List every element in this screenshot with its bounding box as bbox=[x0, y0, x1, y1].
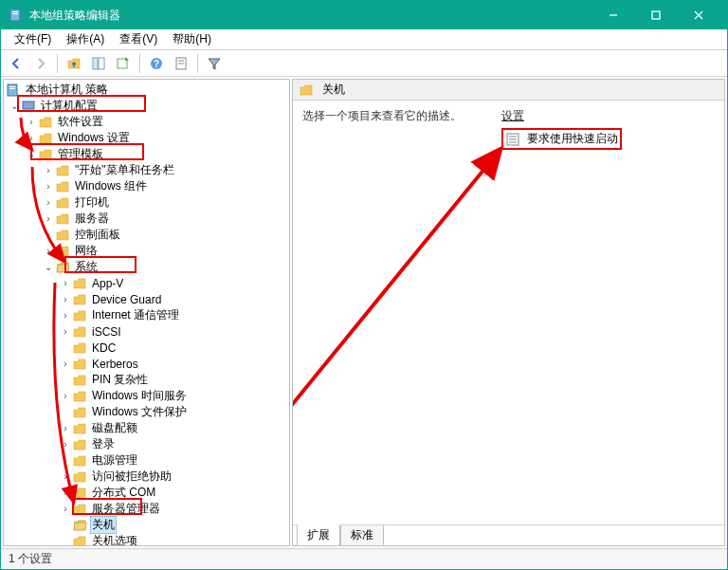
tree-soft-settings[interactable]: › 软件设置 bbox=[4, 114, 289, 130]
expander-icon[interactable]: › bbox=[59, 454, 72, 468]
folder-icon bbox=[72, 502, 87, 517]
filter-button[interactable] bbox=[203, 52, 226, 75]
setting-item-fast-startup[interactable]: 要求使用快速启动 bbox=[501, 128, 622, 150]
setting-icon bbox=[505, 132, 520, 147]
tree-item[interactable]: › 服务器 bbox=[4, 211, 289, 227]
tree-item[interactable]: › 控制面板 bbox=[4, 227, 289, 243]
show-hide-tree-button[interactable] bbox=[87, 52, 110, 75]
expander-icon[interactable]: › bbox=[25, 132, 38, 145]
window-title: 本地组策略编辑器 bbox=[29, 8, 592, 24]
svg-line-24 bbox=[293, 148, 501, 508]
expander-icon[interactable]: › bbox=[59, 309, 72, 322]
folder-icon bbox=[38, 131, 53, 146]
folder-icon bbox=[299, 83, 314, 98]
tab-extended[interactable]: 扩展 bbox=[297, 524, 340, 546]
tree-shutdown-options[interactable]: 关机选项 bbox=[4, 533, 289, 546]
svg-rect-16 bbox=[9, 86, 15, 87]
expander-icon[interactable]: › bbox=[42, 212, 55, 226]
expander-icon[interactable]: › bbox=[59, 277, 72, 290]
tree-shutdown[interactable]: 关机 bbox=[4, 517, 289, 533]
details-pane: 关机 选择一个项目来查看它的描述。 设置 要求使用快速启动 扩展 标准 bbox=[292, 79, 725, 546]
folder-icon bbox=[38, 147, 53, 162]
tree-item[interactable]: › "开始"菜单和任务栏 bbox=[4, 162, 289, 178]
expander-icon[interactable]: ⌄ bbox=[42, 261, 55, 274]
expander-icon[interactable]: › bbox=[42, 180, 55, 193]
expander-icon[interactable]: › bbox=[59, 503, 72, 516]
expander-icon[interactable]: › bbox=[25, 116, 38, 129]
tree-item[interactable]: › Kerberos bbox=[4, 356, 289, 372]
folder-icon bbox=[72, 357, 87, 372]
expander-icon[interactable]: › bbox=[42, 229, 55, 242]
expander-icon[interactable]: › bbox=[59, 325, 72, 339]
separator bbox=[197, 54, 198, 73]
tab-standard[interactable]: 标准 bbox=[340, 525, 384, 546]
folder-icon bbox=[72, 405, 87, 420]
folder-icon bbox=[72, 453, 87, 469]
expander-icon[interactable]: › bbox=[59, 470, 72, 484]
tree-admin-templates[interactable]: ⌄ 管理模板 bbox=[4, 146, 289, 162]
menu-view[interactable]: 查看(V) bbox=[112, 29, 165, 49]
tree-item[interactable]: › iSCSI bbox=[4, 323, 289, 340]
svg-rect-4 bbox=[652, 11, 660, 19]
details-body[interactable]: 选择一个项目来查看它的描述。 设置 要求使用快速启动 bbox=[293, 101, 724, 524]
expander-icon[interactable]: › bbox=[59, 438, 72, 451]
tree-item[interactable]: PIN 复杂性 bbox=[4, 372, 289, 388]
folder-icon bbox=[72, 389, 87, 404]
forward-button[interactable] bbox=[29, 52, 52, 75]
up-button[interactable] bbox=[63, 52, 85, 75]
details-title: 关机 bbox=[322, 82, 345, 98]
expander-icon[interactable]: › bbox=[42, 164, 55, 177]
tree-root[interactable]: 本地计算机 策略 bbox=[4, 82, 289, 98]
tree-item[interactable]: KDC bbox=[4, 340, 289, 356]
folder-icon bbox=[72, 421, 87, 436]
folder-icon bbox=[55, 179, 70, 194]
tree-item[interactable]: › 分布式 COM bbox=[4, 485, 289, 501]
tree-item[interactable]: › 服务器管理器 bbox=[4, 501, 289, 517]
tree-item[interactable]: Windows 文件保护 bbox=[4, 404, 289, 420]
menu-help[interactable]: 帮助(H) bbox=[165, 29, 219, 49]
titlebar: 本地组策略编辑器 bbox=[1, 1, 727, 29]
tree-item[interactable]: › 磁盘配额 bbox=[4, 420, 289, 436]
folder-icon bbox=[72, 437, 87, 452]
tree-item[interactable]: › 登录 bbox=[4, 436, 289, 452]
setting-label: 要求使用快速启动 bbox=[527, 131, 618, 147]
folder-icon bbox=[55, 163, 70, 178]
folder-icon bbox=[72, 276, 87, 291]
tree-item[interactable]: › Windows 时间服务 bbox=[4, 388, 289, 404]
expander-icon[interactable]: › bbox=[59, 422, 72, 435]
close-button[interactable] bbox=[677, 1, 719, 29]
properties-button[interactable] bbox=[170, 52, 192, 75]
expander-icon[interactable]: › bbox=[59, 358, 72, 371]
expander-icon[interactable]: › bbox=[59, 293, 72, 306]
expander-icon[interactable]: › bbox=[59, 390, 72, 403]
tree-system[interactable]: ⌄ 系统 bbox=[4, 259, 289, 275]
tree-item[interactable]: › 打印机 bbox=[4, 194, 289, 211]
folder-icon bbox=[72, 486, 87, 501]
menu-file[interactable]: 文件(F) bbox=[7, 29, 59, 49]
svg-text:?: ? bbox=[154, 59, 159, 69]
minimize-button[interactable] bbox=[592, 1, 634, 29]
tree-item[interactable]: › Internet 通信管理 bbox=[4, 307, 289, 323]
tree-pane[interactable]: 本地计算机 策略 ⌄ 计算机配置 › 软件设置 › Windows 设 bbox=[3, 79, 290, 546]
tree-windows-settings[interactable]: › Windows 设置 bbox=[4, 130, 289, 146]
help-button[interactable]: ? bbox=[145, 52, 168, 75]
expander-icon[interactable]: › bbox=[42, 196, 55, 210]
tree-computer-config[interactable]: ⌄ 计算机配置 bbox=[4, 98, 289, 114]
tree-item[interactable]: › 电源管理 bbox=[4, 452, 289, 469]
tree-item[interactable]: › 访问被拒绝协助 bbox=[4, 469, 289, 485]
tree-item[interactable]: › App-V bbox=[4, 275, 289, 291]
svg-rect-2 bbox=[12, 13, 18, 14]
column-header-setting[interactable]: 设置 bbox=[501, 108, 622, 124]
menu-action[interactable]: 操作(A) bbox=[59, 29, 112, 49]
expander-icon[interactable]: ⌄ bbox=[25, 148, 38, 161]
tree-item[interactable]: › 网络 bbox=[4, 243, 289, 259]
back-button[interactable] bbox=[5, 52, 27, 75]
expander-icon[interactable]: › bbox=[59, 487, 72, 500]
toolbar: ? bbox=[1, 50, 727, 77]
tree-item[interactable]: › Device Guard bbox=[4, 291, 289, 307]
expander-icon[interactable]: ⌄ bbox=[8, 100, 21, 113]
export-button[interactable] bbox=[112, 52, 135, 75]
tree-item[interactable]: › Windows 组件 bbox=[4, 178, 289, 194]
maximize-button[interactable] bbox=[634, 1, 677, 29]
expander-icon[interactable]: › bbox=[42, 245, 55, 258]
